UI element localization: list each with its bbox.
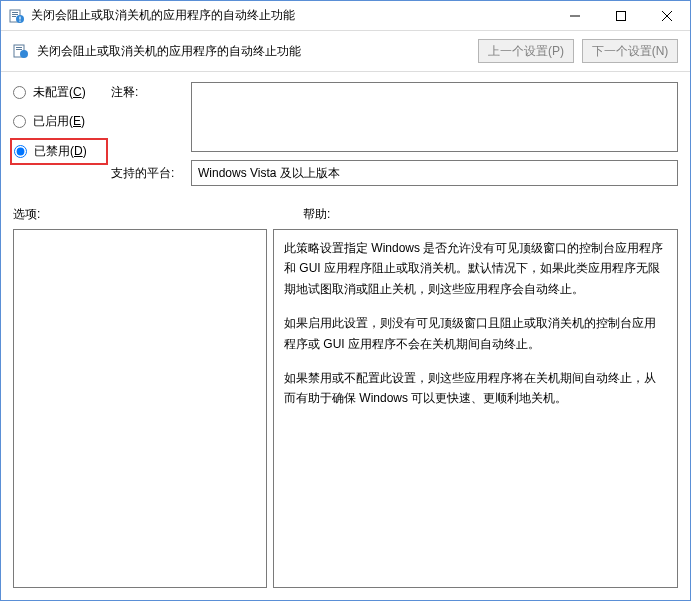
radio-label: 未配置(C) bbox=[33, 84, 86, 101]
svg-rect-1 bbox=[12, 12, 18, 13]
svg-rect-2 bbox=[12, 14, 18, 15]
policy-icon bbox=[13, 43, 29, 59]
dialog-window: 关闭会阻止或取消关机的应用程序的自动终止功能 关闭会阻止或取消关机的应用程序的自… bbox=[0, 0, 691, 601]
comment-label: 注释: bbox=[111, 84, 181, 101]
radio-disabled[interactable]: 已禁用(D) bbox=[14, 143, 100, 160]
help-paragraph: 此策略设置指定 Windows 是否允许没有可见顶级窗口的控制台应用程序和 GU… bbox=[284, 238, 667, 299]
radio-disabled-input[interactable] bbox=[14, 145, 27, 158]
radio-enabled[interactable]: 已启用(E) bbox=[13, 113, 101, 130]
previous-setting-button[interactable]: 上一个设置(P) bbox=[478, 39, 574, 63]
comment-textbox[interactable] bbox=[191, 82, 678, 152]
svg-rect-8 bbox=[617, 11, 626, 20]
help-paragraph: 如果禁用或不配置此设置，则这些应用程序将在关机期间自动终止，从而有助于确保 Wi… bbox=[284, 368, 667, 409]
help-label: 帮助: bbox=[303, 206, 330, 223]
svg-rect-12 bbox=[16, 47, 22, 48]
svg-rect-13 bbox=[16, 49, 22, 50]
radio-label: 已启用(E) bbox=[33, 113, 85, 130]
radio-group: 未配置(C) 已启用(E) 已禁用(D) bbox=[13, 82, 101, 186]
policy-title: 关闭会阻止或取消关机的应用程序的自动终止功能 bbox=[37, 43, 470, 60]
radio-label: 已禁用(D) bbox=[34, 143, 87, 160]
radio-enabled-input[interactable] bbox=[13, 115, 26, 128]
window-controls bbox=[552, 1, 690, 30]
maximize-button[interactable] bbox=[598, 1, 644, 30]
fields-column: Windows Vista 及以上版本 bbox=[191, 82, 678, 186]
svg-point-14 bbox=[20, 50, 28, 58]
help-paragraph: 如果启用此设置，则没有可见顶级窗口且阻止或取消关机的控制台应用程序或 GUI 应… bbox=[284, 313, 667, 354]
radio-not-configured[interactable]: 未配置(C) bbox=[13, 84, 101, 101]
window-title: 关闭会阻止或取消关机的应用程序的自动终止功能 bbox=[31, 7, 552, 24]
lower-pane: 此策略设置指定 Windows 是否允许没有可见顶级窗口的控制台应用程序和 GU… bbox=[1, 229, 690, 600]
supported-platform-box: Windows Vista 及以上版本 bbox=[191, 160, 678, 186]
options-box[interactable] bbox=[13, 229, 267, 588]
upper-pane: 未配置(C) 已启用(E) 已禁用(D) 注释: 支持的平台: Windows … bbox=[1, 72, 690, 192]
radio-not-configured-input[interactable] bbox=[13, 86, 26, 99]
highlight-box: 已禁用(D) bbox=[10, 138, 108, 165]
mid-labels: 选项: 帮助: bbox=[1, 192, 690, 229]
svg-rect-6 bbox=[19, 20, 20, 21]
platform-value: Windows Vista 及以上版本 bbox=[198, 165, 340, 182]
help-box[interactable]: 此策略设置指定 Windows 是否允许没有可见顶级窗口的控制台应用程序和 GU… bbox=[273, 229, 678, 588]
toolbar: 关闭会阻止或取消关机的应用程序的自动终止功能 上一个设置(P) 下一个设置(N) bbox=[1, 31, 690, 72]
options-label: 选项: bbox=[13, 206, 303, 223]
close-button[interactable] bbox=[644, 1, 690, 30]
platform-label: 支持的平台: bbox=[111, 165, 181, 182]
svg-rect-3 bbox=[12, 16, 16, 17]
minimize-button[interactable] bbox=[552, 1, 598, 30]
policy-icon bbox=[9, 8, 25, 24]
svg-rect-5 bbox=[19, 16, 20, 19]
labels-column: 注释: 支持的平台: bbox=[111, 82, 181, 186]
titlebar: 关闭会阻止或取消关机的应用程序的自动终止功能 bbox=[1, 1, 690, 31]
next-setting-button[interactable]: 下一个设置(N) bbox=[582, 39, 678, 63]
